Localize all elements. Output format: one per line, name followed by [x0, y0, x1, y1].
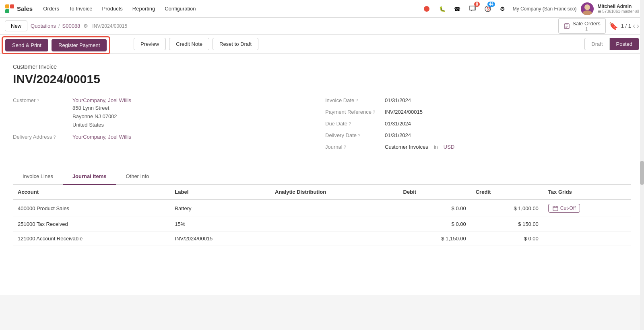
app-title: Sales [17, 5, 33, 12]
payment-ref-label: Payment Reference ? [325, 109, 382, 115]
new-button[interactable]: New [5, 20, 27, 31]
row2-account: 251000 Tax Received [13, 217, 170, 232]
th-account: Account [13, 185, 170, 199]
settings-btn[interactable]: ⚙ [497, 3, 509, 14]
document-type: Customer Invoice [13, 64, 631, 70]
document-number: INV/2024/00015 [13, 72, 631, 86]
send-print-button[interactable]: Send & Print [5, 39, 48, 51]
pagination-text: 1 / 1 [621, 23, 631, 29]
table-row: 400000 Product Sales Battery $ 0.00 $ 1,… [13, 199, 631, 217]
delivery-date-field: Delivery Date ? 01/31/2024 [325, 132, 631, 138]
row1-credit: $ 1,000.00 [471, 199, 543, 217]
svg-point-10 [582, 10, 592, 15]
payment-ref-field: Payment Reference ? INV/2024/00015 [325, 109, 631, 115]
row3-account: 121000 Account Receivable [13, 232, 170, 246]
app-logo[interactable]: Sales [5, 4, 33, 14]
settings-gear-icon[interactable]: ⚙ [83, 23, 88, 29]
row2-credit: $ 150.00 [471, 217, 543, 232]
svg-text:☎: ☎ [454, 6, 460, 12]
row3-credit: $ 0.00 [471, 232, 543, 246]
journal-items-table-container: Account Label Analytic Distribution Debi… [13, 185, 631, 246]
record-btn[interactable] [421, 3, 432, 14]
th-debit: Debit [398, 185, 471, 199]
nav-orders[interactable]: Orders [39, 3, 63, 14]
draft-status-button[interactable]: Draft [584, 38, 609, 50]
breadcrumb-separator: / [58, 23, 60, 29]
register-payment-button[interactable]: Register Payment [52, 39, 107, 51]
top-navigation: Sales Orders To Invoice Products Reporti… [0, 0, 644, 18]
delivery-date-help-icon[interactable]: ? [358, 133, 360, 138]
svg-rect-1 [10, 4, 14, 8]
svg-text:🐛: 🐛 [439, 6, 445, 12]
sale-orders-button[interactable]: Sale Orders 1 [558, 18, 605, 34]
highlighted-actions: Send & Print Register Payment [2, 36, 110, 54]
row3-debit: $ 1,150.00 [398, 232, 471, 246]
support-btn[interactable]: ☎ [452, 3, 463, 14]
customer-address: 858 Lynn StreetBayonne NJ 07002United St… [72, 104, 131, 129]
svg-text:⏰: ⏰ [486, 7, 491, 12]
nav-configuration[interactable]: Configuration [161, 3, 200, 14]
next-page-button[interactable]: › [637, 22, 639, 30]
reset-to-draft-button[interactable]: Reset to Draft [213, 38, 258, 50]
breadcrumb-current[interactable]: S00088 [62, 23, 80, 29]
journal-items-table: Account Label Analytic Distribution Debi… [13, 185, 631, 246]
journal-field: Journal ? Customer Invoices in USD [325, 144, 631, 150]
nav-reporting[interactable]: Reporting [128, 3, 159, 14]
customer-label: Customer ? [13, 97, 69, 103]
bookmark-icon[interactable]: 🔖 [609, 22, 618, 31]
tab-other-info[interactable]: Other Info [116, 168, 159, 185]
currency-link[interactable]: USD [444, 144, 454, 150]
cutoff-button[interactable]: Cut-Off [548, 204, 580, 213]
delivery-address-label: Delivery Address ? [13, 134, 69, 140]
customer-name[interactable]: YourCompany, Joel Willis [72, 97, 131, 103]
bug-btn[interactable]: 🐛 [436, 3, 448, 14]
row1-label: Battery [170, 199, 270, 217]
row2-analytic [270, 217, 398, 232]
delivery-address-value[interactable]: YourCompany, Joel Willis [72, 134, 131, 140]
status-buttons: Draft Posted [584, 38, 639, 50]
prev-page-button[interactable]: ‹ [633, 22, 635, 30]
row2-tax-grids [543, 217, 631, 232]
tabs: Invoice Lines Journal Items Other Info [13, 168, 631, 185]
svg-point-9 [584, 4, 590, 10]
breadcrumb-parent[interactable]: Quotations [31, 23, 56, 29]
chat-btn[interactable]: 8 [467, 3, 478, 14]
payment-ref-value: INV/2024/00015 [385, 109, 423, 115]
credit-note-button[interactable]: Credit Note [169, 38, 209, 50]
activity-badge: 44 [487, 2, 495, 7]
customer-help-icon[interactable]: ? [37, 98, 39, 103]
preview-button[interactable]: Preview [134, 38, 166, 50]
due-date-label: Due Date ? [325, 121, 382, 127]
due-date-value: 01/31/2024 [385, 121, 411, 127]
journal-value: Customer Invoices [385, 144, 428, 150]
invoice-date-help-icon[interactable]: ? [355, 98, 358, 103]
tab-journal-items[interactable]: Journal Items [63, 168, 116, 185]
avatar[interactable] [581, 2, 594, 15]
scrollbar[interactable] [640, 0, 644, 295]
delivery-help-icon[interactable]: ? [54, 135, 56, 139]
svg-rect-0 [5, 4, 9, 8]
chat-badge: 8 [474, 2, 480, 7]
nav-products[interactable]: Products [98, 3, 126, 14]
user-info: Mitchell Admin ☰ 57361061-master-all [598, 4, 640, 14]
payment-ref-help-icon[interactable]: ? [373, 110, 375, 115]
journal-label: Journal ? [325, 144, 382, 150]
nav-right-icons: 🐛 ☎ 8 ⏰ 44 ⚙ My Company (San Francisco) … [421, 2, 639, 15]
breadcrumb-right: Sale Orders 1 🔖 1 / 1 ‹ › [558, 18, 639, 34]
invoice-date-field: Invoice Date ? 01/31/2024 [325, 97, 631, 103]
journal-in: in [434, 144, 438, 150]
due-date-help-icon[interactable]: ? [349, 121, 351, 126]
delivery-date-value: 01/31/2024 [385, 132, 411, 138]
row1-tax-grids: Cut-Off [543, 199, 631, 217]
activity-btn[interactable]: ⏰ 44 [482, 3, 493, 14]
journal-help-icon[interactable]: ? [344, 145, 346, 150]
row3-analytic [270, 232, 398, 246]
delivery-date-label: Delivery Date ? [325, 132, 382, 138]
scrollbar-thumb[interactable] [640, 161, 644, 185]
tab-invoice-lines[interactable]: Invoice Lines [13, 168, 63, 185]
nav-menu: Orders To Invoice Products Reporting Con… [39, 3, 200, 14]
svg-rect-2 [5, 9, 9, 13]
table-row: 121000 Account Receivable INV/2024/00015… [13, 232, 631, 246]
posted-status-button[interactable]: Posted [610, 38, 639, 50]
nav-to-invoice[interactable]: To Invoice [65, 3, 97, 14]
